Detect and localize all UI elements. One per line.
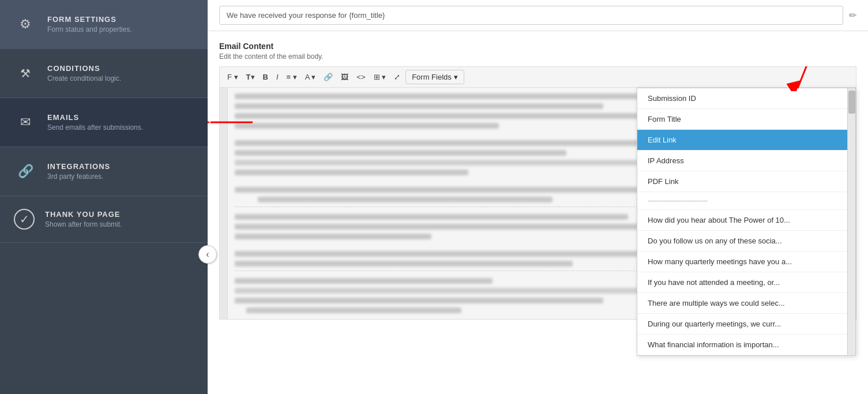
toolbar-color-btn[interactable]: A ▾ xyxy=(302,71,319,83)
subject-bar: ✏ xyxy=(208,0,868,31)
integrations-icon: 🔗 xyxy=(14,160,37,183)
dropdown-item-pdf-link[interactable]: PDF Link xyxy=(637,171,855,192)
content-row xyxy=(235,214,628,220)
content-row xyxy=(235,123,499,129)
dropdown-scroll[interactable]: Submission ID Form Title Edit Link xyxy=(637,88,855,355)
email-content-subtitle: Edit the content of the email body. xyxy=(219,52,856,61)
dropdown-item-edit-link[interactable]: Edit Link xyxy=(637,130,855,151)
sidebar-item-form-settings-subtitle: Form status and properties. xyxy=(47,25,132,33)
form-fields-dropdown-arrow: ▾ xyxy=(454,73,458,81)
sidebar-item-conditions-title: CONDITIONS xyxy=(47,64,121,73)
editor-toolbar: F ▾ T ▾ B I ≡ ▾ A ▾ 🔗 🖼 <> ⊞ ▾ ⤢ Form Fi… xyxy=(219,66,856,87)
form-fields-dropdown: Submission ID Form Title Edit Link xyxy=(637,88,856,356)
scrollbar-track[interactable] xyxy=(847,88,855,355)
dropdown-item-field-7[interactable]: What financial information is importan..… xyxy=(637,335,855,355)
toolbar-code-btn[interactable]: <> xyxy=(354,71,368,83)
editor-wrapper: Submission ID Form Title Edit Link xyxy=(219,87,856,320)
dropdown-item-field-2[interactable]: Do you follow us on any of these socia..… xyxy=(637,231,855,252)
content-row xyxy=(235,234,431,239)
editor-left-bar xyxy=(220,88,228,319)
content-row xyxy=(235,160,665,166)
check-circle-icon: ✓ xyxy=(14,209,35,230)
toolbar-image-btn[interactable]: 🖼 xyxy=(338,71,351,83)
form-fields-button[interactable]: Form Fields ▾ xyxy=(405,70,464,84)
content-row xyxy=(235,224,701,230)
edit-icon[interactable]: ✏ xyxy=(849,10,856,21)
sidebar-item-integrations[interactable]: 🔗 INTEGRATIONS 3rd party features. xyxy=(0,147,208,196)
content-area: F ▾ T ▾ B I ≡ ▾ A ▾ 🔗 🖼 <> ⊞ ▾ ⤢ Form Fi… xyxy=(208,66,868,394)
toolbar-italic-btn[interactable]: I xyxy=(273,71,281,83)
sidebar-item-emails-title: EMAILS xyxy=(47,113,143,122)
email-content-title: Email Content xyxy=(219,42,856,51)
toolbar-font-btn[interactable]: F ▾ xyxy=(224,71,241,83)
sidebar-item-conditions-subtitle: Create conditional logic. xyxy=(47,74,121,82)
toolbar-align-btn[interactable]: ≡ ▾ xyxy=(284,71,300,83)
sidebar-item-form-settings-title: FORM SETTINGS xyxy=(47,15,132,24)
content-row xyxy=(235,261,573,267)
dropdown-separator: -------------------------- xyxy=(637,192,855,210)
dropdown-item-field-4[interactable]: If you have not attended a meeting, or..… xyxy=(637,272,855,293)
main-content: ✏ Email Content Edit the content of the … xyxy=(208,0,868,394)
dropdown-item-field-3[interactable]: How many quarterly meetings have you a..… xyxy=(637,252,855,272)
sidebar-item-form-settings-text: FORM SETTINGS Form status and properties… xyxy=(47,15,132,33)
toolbar-link-btn[interactable]: 🔗 xyxy=(321,71,336,83)
dropdown-item-ip-address[interactable]: IP Address xyxy=(637,151,855,171)
sidebar-item-emails-text: EMAILS Send emails after submissions. xyxy=(47,113,143,132)
dropdown-item-submission-id[interactable]: Submission ID xyxy=(637,88,855,109)
content-row xyxy=(235,103,603,109)
toolbar-fullscreen-btn[interactable]: ⤢ xyxy=(391,71,403,83)
sidebar-item-thank-you-page-subtitle: Shown after form submit. xyxy=(45,220,122,228)
sidebar-collapse-button[interactable]: ‹ xyxy=(198,245,217,264)
email-content-section: Email Content Edit the content of the em… xyxy=(208,31,868,66)
gear-icon: ⚙ xyxy=(14,13,37,36)
sidebar-item-thank-you-page[interactable]: ✓ THANK YOU PAGE Shown after form submit… xyxy=(0,196,208,243)
form-fields-label: Form Fields xyxy=(412,73,452,81)
dropdown-item-form-title[interactable]: Form Title xyxy=(637,109,855,130)
email-icon: ✉ xyxy=(14,111,37,134)
content-row xyxy=(235,170,468,175)
scrollbar-thumb[interactable] xyxy=(848,91,855,114)
sidebar-item-integrations-text: INTEGRATIONS 3rd party features. xyxy=(47,162,110,181)
content-row xyxy=(235,278,493,284)
dropdown-item-field-6[interactable]: During our quarterly meetings, we curr..… xyxy=(637,314,855,335)
sidebar-item-thank-you-page-title: THANK YOU PAGE xyxy=(45,210,122,219)
content-row xyxy=(235,298,603,303)
dropdown-item-field-1[interactable]: How did you hear about The Power of 10..… xyxy=(637,210,855,231)
content-row xyxy=(246,307,461,313)
sidebar-item-conditions[interactable]: ⚒ CONDITIONS Create conditional logic. xyxy=(0,49,208,98)
sidebar: ⚙ FORM SETTINGS Form status and properti… xyxy=(0,0,208,394)
subject-input[interactable] xyxy=(219,6,843,25)
toolbar-table-btn[interactable]: ⊞ ▾ xyxy=(371,71,389,83)
sidebar-item-integrations-subtitle: 3rd party features. xyxy=(47,172,110,181)
sidebar-item-emails[interactable]: ✉ EMAILS Send emails after submissions. xyxy=(0,98,208,147)
conditions-icon: ⚒ xyxy=(14,62,37,85)
dropdown-item-field-5[interactable]: There are multiple ways we could selec..… xyxy=(637,293,855,314)
sidebar-item-integrations-title: INTEGRATIONS xyxy=(47,162,110,171)
sidebar-item-emails-subtitle: Send emails after submissions. xyxy=(47,123,143,132)
toolbar-text-size-btn[interactable]: T ▾ xyxy=(243,71,258,83)
content-row xyxy=(235,113,689,119)
sidebar-item-conditions-text: CONDITIONS Create conditional logic. xyxy=(47,64,121,82)
sidebar-item-form-settings[interactable]: ⚙ FORM SETTINGS Form status and properti… xyxy=(0,0,208,49)
toolbar-bold-btn[interactable]: B xyxy=(260,71,271,83)
sidebar-item-thank-you-page-text: THANK YOU PAGE Shown after form submit. xyxy=(45,210,122,228)
content-row xyxy=(235,150,566,156)
content-row xyxy=(258,197,553,202)
